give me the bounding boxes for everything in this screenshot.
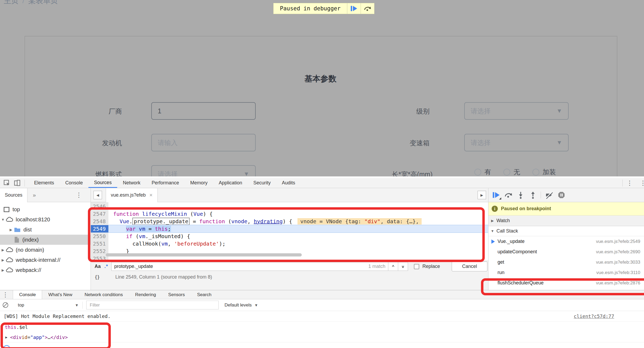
frame-location[interactable]: vue.esm.js?efeb:2876 xyxy=(596,280,640,286)
tab-elements[interactable]: Elements xyxy=(28,178,60,188)
tree-item-webpack-internal[interactable]: ▶ webpack-internal:// xyxy=(0,255,91,265)
code-line-2551[interactable]: callHook(vm, 'beforeUpdate'); xyxy=(108,240,488,247)
tab-audits[interactable]: Audits xyxy=(276,178,301,188)
line-number[interactable]: 2553 xyxy=(91,255,106,261)
drawer-tab-sensors[interactable]: Sensors xyxy=(162,290,191,299)
step-over-button[interactable] xyxy=(504,191,512,199)
code-line-2548[interactable]: Vue.prototype._update = function (vnode,… xyxy=(108,218,488,225)
tab-performance[interactable]: Performance xyxy=(146,178,185,188)
line-number[interactable]: 2551 xyxy=(91,240,106,247)
regex-toggle[interactable]: .* xyxy=(104,264,108,269)
radio-icon[interactable] xyxy=(474,169,481,176)
frame-location[interactable]: vue.esm.js?efeb:2690 xyxy=(596,249,640,255)
tree-item-index-selected[interactable]: (index) xyxy=(0,235,91,245)
navigator-menu-icon[interactable]: ⋮ xyxy=(76,192,82,198)
frame-location[interactable]: vue.esm.js?efeb:3110 xyxy=(596,270,640,275)
tree-collapsed-icon[interactable]: ▶ xyxy=(0,258,6,262)
radio-label-yes[interactable]: 有 xyxy=(484,168,491,176)
pretty-print-icon[interactable]: {} xyxy=(95,274,100,280)
tree-item-top[interactable]: top xyxy=(0,204,91,214)
tab-console[interactable]: Console xyxy=(60,178,88,188)
tab-network[interactable]: Network xyxy=(117,178,146,188)
deactivate-breakpoints-button[interactable] xyxy=(545,191,553,199)
step-into-button[interactable] xyxy=(517,191,525,199)
tree-item-no-domain[interactable]: ▶ (no domain) xyxy=(0,245,91,255)
code-line-2547[interactable]: function lifecycleMixin (Vue) { xyxy=(108,210,488,218)
breadcrumb-home[interactable]: 主页 xyxy=(4,0,19,5)
overflow-tabs-icon[interactable]: » xyxy=(33,192,36,198)
step-out-button[interactable] xyxy=(529,191,537,199)
show-debugger-icon[interactable]: ▶ xyxy=(478,191,486,199)
frame-location[interactable]: vue.esm.js?efeb:3033 xyxy=(596,260,640,265)
execution-context-selector[interactable]: top ▼ xyxy=(18,303,79,308)
editor-tab-vue-esm[interactable]: vue.esm.js?efeb × xyxy=(106,188,158,202)
line-number[interactable]: 2550 xyxy=(91,233,106,240)
device-toolbar-icon[interactable] xyxy=(14,179,21,187)
radio-label-addon[interactable]: 加装 xyxy=(543,168,556,176)
call-stack-section[interactable]: ▼ Call Stack xyxy=(488,226,644,236)
source-link[interactable]: client?c57d:77 xyxy=(574,313,614,319)
drawer-tab-rendering[interactable]: Rendering xyxy=(129,290,162,299)
tree-collapsed-icon[interactable]: ▶ xyxy=(8,228,14,232)
tab-sources[interactable]: Sources xyxy=(88,178,117,188)
tree-item-webpack[interactable]: ▶ webpack:// xyxy=(0,265,91,275)
stack-frame-active[interactable]: Vue._update vue.esm.js?efeb:2549 xyxy=(488,236,644,247)
devtools-menu-icon[interactable]: ⋮ xyxy=(626,180,633,186)
replace-checkbox[interactable] xyxy=(414,264,419,269)
close-icon[interactable]: × xyxy=(149,192,153,198)
radio-icon[interactable] xyxy=(503,169,510,176)
resume-script-button[interactable] xyxy=(347,3,361,14)
radio-icon[interactable] xyxy=(532,169,539,176)
log-levels-dropdown[interactable]: Default levels ▼ xyxy=(225,303,258,308)
drawer-menu-icon[interactable]: ⋮ xyxy=(2,292,9,298)
frame-location[interactable]: vue.esm.js?efeb:2549 xyxy=(596,239,640,244)
manufacturer-input[interactable]: 1 xyxy=(151,102,256,120)
console-filter-input[interactable]: Filter xyxy=(86,301,219,309)
tab-application[interactable]: Application xyxy=(213,178,248,188)
line-number[interactable]: 2547 xyxy=(91,210,106,218)
tab-memory[interactable]: Memory xyxy=(185,178,213,188)
line-number[interactable]: 2552 xyxy=(91,247,106,255)
inspect-element-icon[interactable] xyxy=(3,179,10,187)
pause-on-exceptions-button[interactable] xyxy=(557,191,565,199)
step-over-button[interactable] xyxy=(361,3,374,14)
devtools-menu-icon-clipped[interactable]: ⋮ xyxy=(640,180,644,186)
navigator-tab-sources[interactable]: Sources xyxy=(0,188,27,202)
stack-frame[interactable]: updateComponent vue.esm.js?efeb:2690 xyxy=(488,247,644,257)
drawer-tab-whats-new[interactable]: What's New xyxy=(42,290,78,299)
match-case-toggle[interactable]: Aa xyxy=(95,264,101,269)
tree-item-localhost[interactable]: ▼ localhost:8120 xyxy=(0,214,91,225)
horizontal-scrollbar[interactable] xyxy=(106,253,302,256)
code-line-2549-current[interactable]: var vm = this; xyxy=(108,225,488,233)
next-match-button[interactable]: v xyxy=(398,262,408,271)
drawer-tab-search[interactable]: Search xyxy=(191,290,218,299)
tab-security[interactable]: Security xyxy=(248,178,276,188)
tree-collapsed-icon[interactable]: ▶ xyxy=(0,268,6,272)
tree-collapsed-icon[interactable]: ▶ xyxy=(0,248,6,252)
resume-button[interactable] xyxy=(492,191,500,199)
fuel-select[interactable]: 请选择 ▼ xyxy=(151,165,256,176)
drawer-tab-console[interactable]: Console xyxy=(13,290,42,299)
stack-frame[interactable]: run vue.esm.js?efeb:3110 xyxy=(488,267,644,278)
search-input[interactable]: prototype._update 1 match xyxy=(111,262,388,271)
tree-item-dist[interactable]: ▶ dist xyxy=(0,225,91,235)
drawer-tab-network-conditions[interactable]: Network conditions xyxy=(79,290,129,299)
expand-result-icon[interactable]: ▶ xyxy=(5,335,7,339)
hide-navigator-icon[interactable]: ◀ xyxy=(93,191,102,199)
console-result[interactable]: ▶ <div id="app">…</div> xyxy=(0,332,644,342)
watch-section[interactable]: ▶ Watch xyxy=(488,216,644,226)
line-number-current[interactable]: 2549 xyxy=(91,225,108,233)
stack-frame[interactable]: get vue.esm.js?efeb:3033 xyxy=(488,257,644,267)
cancel-button[interactable]: Cancel xyxy=(452,262,487,271)
tree-expanded-icon[interactable]: ▼ xyxy=(0,218,6,222)
level-select[interactable]: 请选择 ▼ xyxy=(464,102,569,120)
gearbox-select[interactable]: 请选择 ▼ xyxy=(464,134,569,151)
line-number[interactable]: 2546 xyxy=(91,203,106,210)
code-line-2550[interactable]: if (vm._isMounted) { xyxy=(108,233,488,240)
source-code-view[interactable]: 2546 2547 2548 2549 2550 2551 2552 2553 … xyxy=(91,202,488,261)
stack-frame-flush-scheduler-queue[interactable]: flushSchedulerQueue vue.esm.js?efeb:2876 xyxy=(488,278,644,288)
previous-match-button[interactable]: ^ xyxy=(388,262,398,271)
engine-input[interactable]: 请输入 xyxy=(151,134,256,151)
radio-label-no[interactable]: 无 xyxy=(513,168,520,176)
clear-console-icon[interactable] xyxy=(3,302,8,308)
